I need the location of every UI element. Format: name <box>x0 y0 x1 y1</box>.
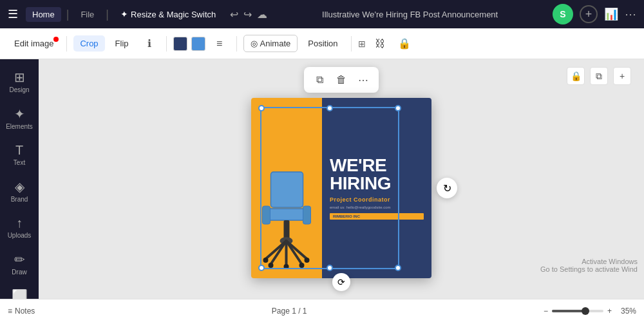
zoom-percentage: 35% <box>616 307 636 316</box>
separator2 <box>166 36 167 52</box>
transparency-icon[interactable]: ⊞ <box>358 39 366 49</box>
animate-button[interactable]: ◎ Animate <box>243 35 298 52</box>
hiring-badge: RIMBERIO INC <box>330 213 424 220</box>
sidebar-item-draw[interactable]: ✏ Draw <box>3 247 36 281</box>
lock-icon[interactable]: 🔒 <box>394 33 415 54</box>
copy-element-button[interactable]: ⧉ <box>309 70 330 90</box>
avatar[interactable]: S <box>553 4 573 24</box>
svg-rect-3 <box>303 206 311 224</box>
sidebar-item-text[interactable]: T Text <box>3 138 36 171</box>
design-right-panel: WE'RE HIRING Project Coordinator email u… <box>322 98 431 278</box>
edit-image-button[interactable]: Edit image <box>8 35 60 52</box>
zoom-slider-fill <box>552 310 583 312</box>
lock-canvas-button[interactable]: 🔒 <box>567 67 585 85</box>
sidebar-item-elements[interactable]: ✦ Elements <box>3 101 36 135</box>
svg-point-12 <box>305 258 310 263</box>
float-toolbar: ⧉ 🗑 ⋯ <box>304 67 379 93</box>
sidebar-item-projects[interactable]: ⬜ Projects <box>3 283 36 299</box>
hiring-title-line1: WE'RE <box>330 156 424 175</box>
top-nav: ☰ Home | File | ✦ Resize & Magic Switch … <box>0 0 644 28</box>
sidebar-item-uploads[interactable]: ↑ Uploads <box>3 211 36 244</box>
duplicate-canvas-button[interactable]: ⧉ <box>590 67 608 85</box>
main-layout: ⊞ Design ✦ Elements T Text ◈ Brand ↑ Upl… <box>0 59 644 299</box>
more-options-button[interactable]: ⋯ <box>353 70 374 90</box>
nav-controls: ↩ ↪ ☁ <box>230 8 267 21</box>
page-info: Page 1 / 1 <box>40 307 538 316</box>
elements-icon: ✦ <box>14 106 25 122</box>
crop-button[interactable]: Crop <box>73 35 104 52</box>
redo-button[interactable]: ↪ <box>243 8 252 21</box>
svg-point-14 <box>299 263 305 268</box>
zoom-in-icon[interactable]: + <box>607 307 612 316</box>
separator4 <box>351 36 352 52</box>
cloud-save-button[interactable]: ☁ <box>257 8 267 21</box>
hiring-email: email us: hello@reallygoodsite.com <box>330 205 424 209</box>
delete-element-button[interactable]: 🗑 <box>331 70 352 90</box>
sidebar-item-brand[interactable]: ◈ Brand <box>3 174 36 208</box>
hiring-subtitle: Project Coordinator <box>330 196 424 203</box>
projects-icon: ⬜ <box>12 289 28 299</box>
hamburger-icon[interactable]: ☰ <box>8 7 18 21</box>
chair-illustration <box>260 169 314 272</box>
overflow-menu-button[interactable]: ⋯ <box>625 7 636 21</box>
nav-tab-file[interactable]: File <box>74 7 100 22</box>
sidebar: ⊞ Design ✦ Elements T Text ◈ Brand ↑ Upl… <box>0 59 39 299</box>
nav-right: S + 📊 ⋯ <box>553 4 636 24</box>
rotate-button[interactable]: ↻ <box>437 178 457 198</box>
color-swatch-1[interactable] <box>173 37 187 51</box>
nav-tab-home[interactable]: Home <box>26 7 61 22</box>
design-card[interactable]: WE'RE HIRING Project Coordinator email u… <box>251 98 431 278</box>
draw-icon: ✏ <box>14 252 25 267</box>
edit-badge <box>53 37 59 42</box>
toolbar: Edit image Crop Flip ℹ ≡ ◎ Animate Posit… <box>0 28 644 59</box>
notes-icon: ≡ <box>8 307 12 316</box>
notes-button[interactable]: ≡ Notes <box>8 307 35 316</box>
canvas-wrapper: ⧉ 🗑 ⋯ <box>251 98 431 278</box>
undo-button[interactable]: ↩ <box>230 8 238 21</box>
add-collaborator-button[interactable]: + <box>580 5 598 23</box>
separator <box>66 36 67 52</box>
sidebar-item-design[interactable]: ⊞ Design <box>3 64 36 99</box>
color-swatch-2[interactable] <box>191 37 205 51</box>
svg-point-15 <box>284 264 289 269</box>
uploads-icon: ↑ <box>16 216 23 231</box>
brand-icon: ◈ <box>15 179 24 194</box>
separator3 <box>236 36 237 52</box>
svg-rect-1 <box>267 209 307 220</box>
nav-tab-resize-magic[interactable]: ✦ Resize & Magic Switch <box>114 6 222 22</box>
flip-button[interactable]: Flip <box>109 35 135 52</box>
document-title: Illustrative We're Hiring FB Post Announ… <box>272 10 547 19</box>
position-button[interactable]: Position <box>301 35 344 52</box>
drag-handle[interactable]: ⟳ <box>332 273 350 291</box>
text-icon: T <box>15 143 23 158</box>
svg-rect-4 <box>284 220 290 240</box>
svg-point-13 <box>269 263 274 268</box>
bottom-bar: ≡ Notes Page 1 / 1 − + 35% <box>0 299 644 322</box>
svg-point-11 <box>263 258 269 263</box>
zoom-slider[interactable] <box>552 310 603 312</box>
canvas-top-controls: 🔒 ⧉ + <box>567 67 631 85</box>
hiring-title-line2: HIRING <box>330 175 424 193</box>
activate-windows-notice: Activate Windows Go to Settings to activ… <box>540 258 638 273</box>
magic-wand-icon: ✦ <box>120 9 128 19</box>
animate-icon: ◎ <box>251 39 258 48</box>
canvas-area: 🔒 ⧉ + ⧉ 🗑 ⋯ <box>39 59 644 299</box>
design-left-panel <box>251 98 322 278</box>
zoom-slider-thumb <box>582 307 589 315</box>
analytics-icon[interactable]: 📊 <box>604 7 618 21</box>
zoom-control: − + 35% <box>544 307 636 316</box>
zoom-out-icon[interactable]: − <box>544 307 548 316</box>
info-button[interactable]: ℹ <box>139 33 160 54</box>
add-canvas-button[interactable]: + <box>613 67 631 85</box>
menu-icon-button[interactable]: ≡ <box>209 33 230 54</box>
svg-rect-2 <box>263 206 270 224</box>
chain-icon[interactable]: ⛓ <box>370 33 390 54</box>
design-icon: ⊞ <box>14 70 25 85</box>
svg-rect-0 <box>271 172 303 207</box>
